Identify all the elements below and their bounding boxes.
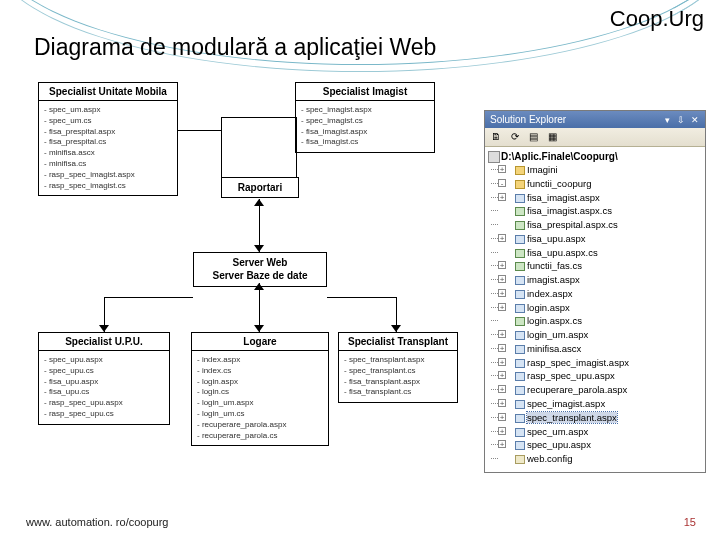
tree-item[interactable]: fisa_prespital.aspx.cs [487, 218, 703, 232]
list-item: - login_um.cs [197, 409, 323, 420]
tree-item[interactable]: +login_um.aspx [487, 328, 703, 342]
tree-item[interactable]: +recuperare_parola.aspx [487, 383, 703, 397]
connector [296, 117, 297, 177]
dropdown-icon[interactable]: ▾ [662, 115, 672, 125]
arrow-down-icon [254, 325, 264, 332]
aspx-icon [515, 331, 525, 340]
list-item: - spec_transplant.aspx [344, 355, 452, 366]
box-items: - spec_imagist.aspx- spec_imagist.cs- fi… [296, 101, 434, 152]
tree-item-label: login.aspx [527, 302, 570, 313]
tree-item[interactable]: +Imagini [487, 163, 703, 177]
tree-item-label: spec_upu.aspx [527, 439, 591, 450]
list-item: - recuperare_parola.cs [197, 431, 323, 442]
list-item: - rasp_spec_imagist.cs [44, 181, 172, 192]
tree-item[interactable]: +rasp_spec_imagist.aspx [487, 356, 703, 370]
cs-icon [515, 317, 525, 326]
tree-item-label: fisa_imagist.aspx [527, 192, 600, 203]
expand-icon[interactable]: + [498, 289, 506, 297]
tree-view[interactable]: D:\Aplic.Finale\Coopurg\ +Imagini-functi… [485, 147, 705, 472]
list-item: - spec_imagist.aspx [301, 105, 429, 116]
expand-icon[interactable]: + [498, 399, 506, 407]
tree-item-label: recuperare_parola.aspx [527, 384, 627, 395]
tree-item-label: login_um.aspx [527, 329, 588, 340]
cs-icon [515, 249, 525, 258]
tree-item-label: login.aspx.cs [527, 315, 582, 326]
expand-icon[interactable]: + [498, 385, 506, 393]
tree-item[interactable]: +spec_upu.aspx [487, 438, 703, 452]
tree-item-label: spec_imagist.aspx [527, 398, 605, 409]
tree-item[interactable]: web.config [487, 452, 703, 466]
tree-item[interactable]: +login.aspx [487, 301, 703, 315]
expand-icon[interactable]: + [498, 371, 506, 379]
tree-item[interactable]: fisa_imagist.aspx.cs [487, 204, 703, 218]
tree-root[interactable]: D:\Aplic.Finale\Coopurg\ [487, 150, 703, 163]
tree-item[interactable]: +spec_um.aspx [487, 425, 703, 439]
expand-icon[interactable]: + [498, 427, 506, 435]
tree-item[interactable]: login.aspx.cs [487, 314, 703, 328]
expand-icon[interactable]: + [498, 303, 506, 311]
list-item: - fisa_upu.cs [44, 387, 164, 398]
expand-icon[interactable]: - [498, 179, 506, 187]
expand-icon[interactable]: + [498, 165, 506, 173]
tree-item-label: fisa_prespital.aspx.cs [527, 219, 618, 230]
close-icon[interactable]: ✕ [690, 115, 700, 125]
expand-icon[interactable]: + [498, 440, 506, 448]
tree-item-label: web.config [527, 453, 572, 464]
list-item: - spec_um.cs [44, 116, 172, 127]
tree-item[interactable]: +functii_fas.cs [487, 259, 703, 273]
tree-item[interactable]: +index.aspx [487, 287, 703, 301]
folder-icon [515, 180, 525, 189]
tree-item[interactable]: +spec_imagist.aspx [487, 397, 703, 411]
list-item: - recuperare_parola.aspx [197, 420, 323, 431]
box-title: Specialist Unitate Mobila [39, 83, 177, 101]
expand-icon[interactable]: + [498, 413, 506, 421]
tree-item[interactable]: -functii_coopurg [487, 177, 703, 191]
aspx-icon [515, 441, 525, 450]
connector [178, 130, 221, 131]
list-item: - spec_um.aspx [44, 105, 172, 116]
box-transplant: Specialist Transplant - spec_transplant.… [338, 332, 458, 403]
tool-icon[interactable]: ▦ [545, 130, 559, 144]
tree-item-label: Imagini [527, 164, 558, 175]
cs-icon [515, 262, 525, 271]
tree-item-label: functii_coopurg [527, 178, 591, 189]
tree-item[interactable]: +minifisa.ascx [487, 342, 703, 356]
brand-title: Coop.Urg [610, 6, 704, 32]
tree-item[interactable]: fisa_upu.aspx.cs [487, 246, 703, 260]
expand-icon[interactable]: + [498, 193, 506, 201]
tool-icon[interactable]: 🗎 [489, 130, 503, 144]
panel-titlebar[interactable]: Solution Explorer ▾ ⇩ ✕ [485, 111, 705, 128]
tree-item[interactable]: +rasp_spec_upu.aspx [487, 369, 703, 383]
pin-icon[interactable]: ⇩ [676, 115, 686, 125]
aspx-icon [515, 304, 525, 313]
panel-title: Solution Explorer [490, 114, 566, 125]
expand-icon[interactable]: + [498, 261, 506, 269]
list-item: - fisa_imagist.aspx [301, 127, 429, 138]
list-item: - login.aspx [197, 377, 323, 388]
tree-item-label: imagist.aspx [527, 274, 580, 285]
tree-item[interactable]: +fisa_imagist.aspx [487, 191, 703, 205]
panel-toolbar: 🗎 ⟳ ▤ ▦ [485, 128, 705, 147]
box-title: Logare [192, 333, 328, 351]
expand-icon[interactable]: + [498, 275, 506, 283]
refresh-icon[interactable]: ⟳ [508, 130, 522, 144]
connector [104, 297, 193, 298]
folder-icon [515, 166, 525, 175]
tree-item[interactable]: +fisa_upu.aspx [487, 232, 703, 246]
box-title: Specialist U.P.U. [39, 333, 169, 351]
tool-icon[interactable]: ▤ [527, 130, 541, 144]
aspx-icon [515, 276, 525, 285]
aspx-icon [515, 194, 525, 203]
box-items: - spec_upu.aspx- spec_upu.cs- fisa_upu.a… [39, 351, 169, 424]
page-title: Diagrama de modulară a aplicaţiei Web [34, 34, 436, 61]
expand-icon[interactable]: + [498, 234, 506, 242]
expand-icon[interactable]: + [498, 358, 506, 366]
list-item: - fisa_imagist.cs [301, 137, 429, 148]
tree-item[interactable]: +imagist.aspx [487, 273, 703, 287]
expand-icon[interactable]: + [498, 330, 506, 338]
list-item: - fisa_transplant.aspx [344, 377, 452, 388]
slide-number: 15 [684, 516, 696, 528]
tree-item[interactable]: +spec_transplant.aspx [487, 411, 703, 425]
expand-icon[interactable]: + [498, 344, 506, 352]
arrow-up-icon [254, 199, 264, 206]
